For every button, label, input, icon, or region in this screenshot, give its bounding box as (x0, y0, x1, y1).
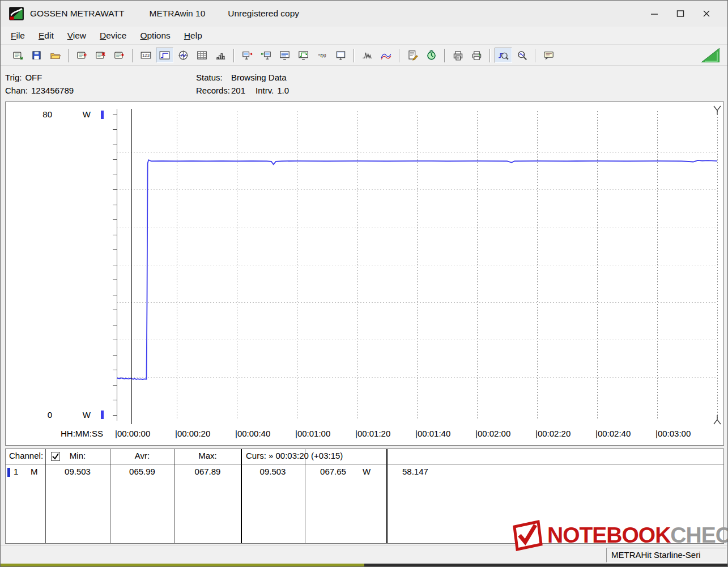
channel-mode-cell: M (31, 467, 38, 476)
close-button[interactable] (693, 4, 720, 23)
annotation-button[interactable] (540, 48, 557, 63)
device-screen-button[interactable] (332, 48, 350, 63)
histogram-view-icon (215, 50, 226, 61)
toolbar-separator (444, 49, 445, 62)
series-line-channel-1[interactable] (117, 160, 717, 379)
print-preview-button[interactable] (449, 48, 467, 63)
events-view-icon (407, 50, 418, 61)
maximize-icon (676, 10, 684, 18)
x-tick-label: |00:02:40 (595, 429, 631, 438)
channel-header-label: Channel: (9, 451, 43, 460)
column-divider (174, 449, 175, 543)
scope-xy-button[interactable] (174, 48, 192, 63)
desktop-strip-left (1, 564, 364, 567)
wave-single-button[interactable] (359, 48, 376, 63)
print-icon (471, 50, 482, 61)
device-setup-button[interactable] (239, 48, 256, 63)
device-list-button[interactable] (276, 48, 293, 63)
scope-xy-icon (178, 50, 189, 61)
avr-value-cell: 065.99 (110, 467, 174, 476)
records-value: 201 (231, 84, 245, 97)
card-delete-button[interactable] (92, 48, 109, 63)
cursor-section-divider (386, 449, 388, 543)
x-tick-label: |00:01:40 (415, 429, 450, 438)
desktop-strip (1, 564, 727, 567)
cursor1-value-cell: 09.503 (241, 467, 305, 476)
x-tick-label: |00:01:20 (355, 429, 390, 438)
menu-item-view[interactable]: View (61, 28, 93, 44)
trend-view-icon (159, 50, 170, 61)
events-view-button[interactable] (404, 48, 422, 63)
trig-label: Trig: (5, 71, 22, 84)
avr-header: Avr: (110, 451, 174, 460)
device-screen-icon (335, 50, 346, 61)
zoom-lens-button[interactable] (513, 48, 531, 63)
min-value-cell: 09.503 (45, 467, 110, 476)
card-download-button[interactable] (110, 48, 128, 63)
cursor-2-top-handle[interactable] (714, 106, 721, 115)
menu-item-edit[interactable]: Edit (32, 28, 61, 44)
max-header: Max: (174, 451, 241, 460)
x-tick-label: |00:00:00 (115, 429, 150, 438)
menu-item-help[interactable]: Help (177, 28, 209, 44)
window-title-app: GOSSEN METRAWATT (30, 9, 124, 19)
watermark-word-notebook: NOTEBOOK (547, 523, 670, 548)
titlebar: GOSSEN METRAWATT METRAwin 10 Unregistere… (1, 1, 727, 27)
toolbar-separator (399, 49, 400, 62)
formula-button[interactable]: =f(x) (313, 48, 331, 63)
min-header: Min: (45, 451, 110, 460)
histogram-view-button[interactable] (212, 48, 229, 63)
app-window: GOSSEN METRAWATT METRAwin 10 Unregistere… (0, 0, 728, 567)
timer-button[interactable] (423, 48, 440, 63)
close-icon (703, 10, 710, 18)
minimize-button[interactable] (641, 4, 667, 23)
window-title-product: METRAwin 10 (149, 9, 205, 19)
menu-item-file[interactable]: File (4, 28, 32, 44)
toolbar-separator (489, 49, 491, 62)
folder-open-icon (50, 50, 61, 61)
max-value-cell: 067.89 (174, 467, 241, 476)
x-tick-label: |00:00:20 (175, 429, 210, 438)
x-tick-label: |00:01:00 (295, 429, 330, 438)
column-divider (110, 449, 110, 543)
folder-open-button[interactable] (46, 48, 64, 63)
device-monitor-button[interactable] (295, 48, 312, 63)
display-digital-button[interactable]: 123 (137, 48, 155, 63)
table-view-icon (197, 50, 207, 61)
device-monitor-icon (298, 50, 309, 61)
save-file-button[interactable] (28, 48, 45, 63)
column-divider (305, 449, 305, 543)
delta-value-cell: 58.147 (402, 467, 428, 476)
toolbar-separator (233, 49, 235, 62)
cursor-2-bottom-handle[interactable] (714, 415, 721, 424)
toolbar-separator (354, 49, 355, 62)
maximize-button[interactable] (667, 4, 693, 23)
window-controls (641, 1, 722, 27)
trend-view-button[interactable] (156, 48, 173, 63)
display-digital-icon: 123 (141, 50, 151, 61)
svg-text:=f(x): =f(x) (318, 53, 326, 58)
toolbar-separator (132, 49, 133, 62)
y-min-label: 0 (48, 410, 52, 420)
timer-icon (426, 50, 437, 61)
wave-envelope-button[interactable] (377, 48, 395, 63)
chart-canvas[interactable]: 80W0WHH:MM:SS|00:00:00|00:00:20|00:00:40… (6, 102, 723, 445)
table-view-button[interactable] (193, 48, 211, 63)
notebookcheck-logo-icon (509, 518, 544, 553)
device-setup-icon (242, 50, 253, 61)
chan-value: 123456789 (31, 86, 74, 95)
annotation-icon (543, 50, 554, 61)
x-format-label: HH:MM:SS (61, 429, 103, 438)
open-file-button[interactable] (9, 48, 27, 63)
trigger-channel-info: Trig:OFF Chan:123456789 (5, 71, 74, 97)
print-button[interactable] (468, 48, 486, 63)
print-preview-icon (453, 50, 463, 61)
card-upload-button[interactable] (73, 48, 91, 63)
y-unit-top-label: W (83, 109, 91, 119)
app-logo-icon (8, 6, 24, 22)
menu-item-options[interactable]: Options (133, 28, 177, 44)
device-read-button[interactable] (257, 48, 275, 63)
menu-item-device[interactable]: Device (93, 28, 133, 44)
interval-value: 1.0 (277, 86, 289, 95)
zoom-curve-button[interactable] (495, 48, 512, 63)
